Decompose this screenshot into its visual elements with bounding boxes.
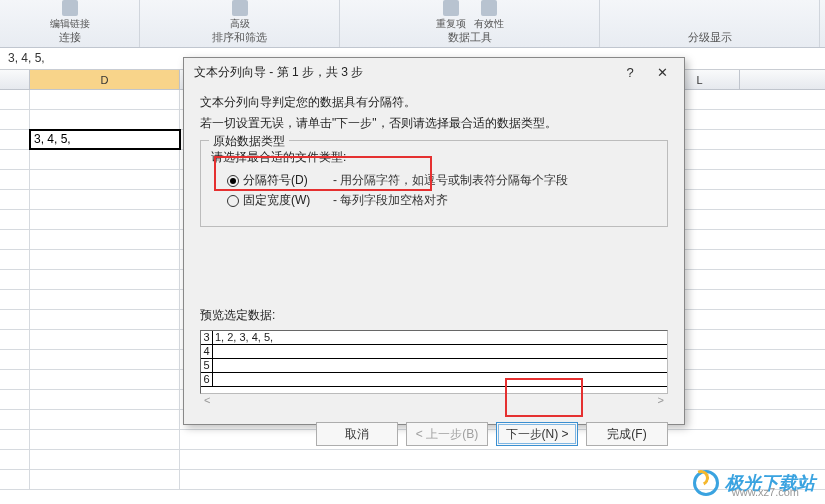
radio-fixed-desc: - 每列字段加空格对齐	[333, 192, 448, 209]
ribbon-group-label: 排序和筛选	[154, 30, 325, 45]
ribbon-group-connections: 编辑链接 连接	[0, 0, 140, 47]
finish-button[interactable]: 完成(F)	[586, 422, 668, 446]
preview-box: 31, 2, 3, 4, 5, 4 5 6	[200, 330, 668, 394]
duplicates-icon	[443, 0, 459, 16]
ribbon-group-sort: 高级 排序和筛选	[140, 0, 340, 47]
radio-delimited[interactable]: 分隔符号(D) - 用分隔字符，如逗号或制表符分隔每个字段	[227, 172, 657, 189]
radio-fixed-width[interactable]: 固定宽度(W) - 每列字段加空格对齐	[227, 192, 657, 209]
validation-icon	[481, 0, 497, 16]
ribbon-group-outline: 分级显示	[600, 0, 820, 47]
ribbon-group-datatools: 重复项 有效性 数据工具	[340, 0, 600, 47]
radio-icon	[227, 175, 239, 187]
preview-row-num: 6	[201, 373, 213, 386]
radio-icon	[227, 195, 239, 207]
ribbon-group-label: 连接	[14, 30, 125, 45]
preview-row-val	[213, 359, 215, 372]
preview-row-val	[213, 373, 215, 386]
next-button[interactable]: 下一步(N) >	[496, 422, 578, 446]
col-header-d[interactable]: D	[30, 70, 180, 89]
ribbon-group-label: 数据工具	[354, 30, 585, 45]
dialog-titlebar: 文本分列向导 - 第 1 步，共 3 步 ? ✕	[184, 58, 684, 86]
ribbon-group-label: 分级显示	[614, 30, 805, 45]
watermark-url: www.xz7.com	[732, 486, 799, 498]
watermark-logo-icon	[693, 470, 719, 496]
dialog-intro-1: 文本分列向导判定您的数据具有分隔符。	[200, 94, 668, 111]
radio-delimited-desc: - 用分隔字符，如逗号或制表符分隔每个字段	[333, 172, 568, 189]
dialog-buttons: 取消 < 上一步(B) 下一步(N) > 完成(F)	[184, 416, 684, 458]
ribbon: 编辑链接 连接 高级 排序和筛选 重复项 有效性 数据工具 分级显示	[0, 0, 825, 48]
fieldset-subtitle: 请选择最合适的文件类型:	[211, 149, 657, 166]
validation-button[interactable]: 有效性	[474, 0, 504, 31]
watermark: 极光下载站 www.xz7.com	[693, 470, 815, 496]
scroll-hint: <>	[200, 394, 668, 406]
text-to-columns-wizard: 文本分列向导 - 第 1 步，共 3 步 ? ✕ 文本分列向导判定您的数据具有分…	[183, 57, 685, 425]
radio-fixed-label: 固定宽度(W)	[243, 192, 329, 209]
edit-links-button[interactable]: 编辑链接	[50, 0, 90, 31]
link-icon	[62, 0, 78, 16]
preview-row-num: 4	[201, 345, 213, 358]
advanced-button[interactable]: 高级	[230, 0, 250, 31]
preview-row-val	[213, 345, 215, 358]
duplicates-button[interactable]: 重复项	[436, 0, 466, 31]
help-button[interactable]: ?	[614, 61, 646, 83]
preview-row-num: 3	[201, 331, 213, 344]
back-button[interactable]: < 上一步(B)	[406, 422, 488, 446]
radio-delimited-label: 分隔符号(D)	[243, 172, 329, 189]
validation-label: 有效性	[474, 17, 504, 31]
dialog-intro-2: 若一切设置无误，请单击"下一步"，否则请选择最合适的数据类型。	[200, 115, 668, 132]
preview-row-val: 1, 2, 3, 4, 5,	[213, 331, 273, 344]
advanced-label: 高级	[230, 17, 250, 31]
preview-label: 预览选定数据:	[200, 307, 668, 324]
edit-links-label: 编辑链接	[50, 17, 90, 31]
filter-icon	[232, 0, 248, 16]
fieldset-legend: 原始数据类型	[209, 133, 289, 150]
original-data-type-fieldset: 原始数据类型 请选择最合适的文件类型: 分隔符号(D) - 用分隔字符，如逗号或…	[200, 140, 668, 227]
selected-cell[interactable]: 3, 4, 5,	[30, 130, 180, 149]
col-header-blank[interactable]	[0, 70, 30, 89]
preview-row-num: 5	[201, 359, 213, 372]
duplicates-label: 重复项	[436, 17, 466, 31]
cancel-button[interactable]: 取消	[316, 422, 398, 446]
close-button[interactable]: ✕	[646, 61, 678, 83]
dialog-title: 文本分列向导 - 第 1 步，共 3 步	[194, 64, 614, 81]
